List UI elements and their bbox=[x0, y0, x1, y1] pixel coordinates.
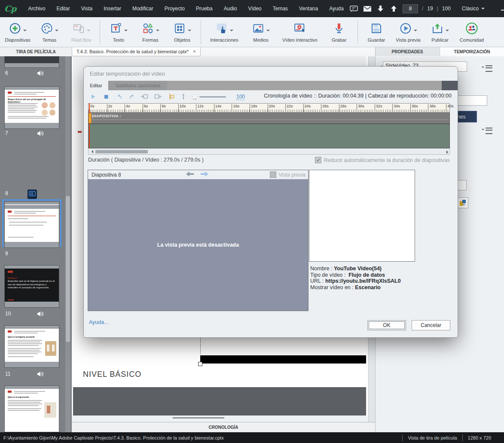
slide-6-audio-icon[interactable] bbox=[37, 70, 44, 78]
previous-slide-icon[interactable] bbox=[186, 171, 194, 178]
move-slide-down-icon[interactable] bbox=[376, 5, 385, 12]
timeline-ruler[interactable]: 0s2s4s6s8s10s12s14s16s18s20s22s24s26s28s… bbox=[88, 103, 450, 113]
cancel-button[interactable]: Cancelar bbox=[412, 320, 450, 330]
panel-menu-icon[interactable] bbox=[486, 65, 492, 72]
toolbar-guardar[interactable]: Guardar bbox=[360, 18, 392, 46]
ruler-label: 32s bbox=[375, 104, 382, 112]
slide-10-thumbnail[interactable]: Módulo 2: Entender qué es la higiene pos… bbox=[4, 265, 59, 308]
selected-video-object[interactable] bbox=[200, 355, 366, 364]
ruler-label: 6s bbox=[143, 104, 148, 112]
menu-6[interactable]: Prueba bbox=[190, 0, 218, 17]
filmstrip-scrollbar-thumb[interactable] bbox=[66, 196, 70, 342]
menu-10[interactable]: Ventana bbox=[293, 0, 324, 17]
slide-track[interactable]: DIAPOSITIVA : bbox=[88, 113, 450, 124]
menu-8[interactable]: Vídeo bbox=[242, 0, 267, 17]
add-slide-icon bbox=[9, 22, 21, 37]
menu-0[interactable]: Archivo bbox=[22, 0, 51, 17]
minimize-button[interactable] bbox=[496, 4, 504, 13]
video-track[interactable] bbox=[88, 124, 450, 148]
tab-subtitulos-opcionales[interactable]: Subtítulos opcionales bbox=[108, 81, 167, 90]
ruler-label: 34s bbox=[392, 104, 400, 112]
move-slide-up-icon[interactable] bbox=[389, 5, 399, 12]
menu-9[interactable]: Temas bbox=[267, 0, 293, 17]
ruler-label: 30s bbox=[357, 104, 364, 112]
auto-reduce-checkbox[interactable] bbox=[315, 157, 321, 163]
slide-9-thumbnail[interactable] bbox=[4, 205, 59, 248]
menu-4[interactable]: Modificar bbox=[127, 0, 159, 17]
toolbar-medios[interactable]: Medios bbox=[245, 18, 277, 46]
play-icon[interactable] bbox=[89, 93, 98, 101]
ok-button[interactable]: OK bbox=[367, 320, 406, 330]
slide-12-title: Qué es la ergonomía bbox=[8, 396, 38, 398]
panel-resize-handle[interactable] bbox=[173, 417, 224, 419]
trim-start-icon[interactable] bbox=[141, 93, 149, 101]
zoom-slider-track[interactable] bbox=[199, 96, 226, 98]
menu-5[interactable]: Proyecto bbox=[159, 0, 190, 17]
guide-mark bbox=[78, 131, 82, 133]
workspace-selector[interactable]: Clásico bbox=[462, 6, 485, 12]
document-tab[interactable]: T.4.3. Basico. Protección de la salud y … bbox=[72, 47, 201, 56]
toolbar-diapositivas[interactable]: Diapositivas bbox=[2, 18, 34, 46]
slide-8-video-icon[interactable] bbox=[27, 189, 37, 199]
tab-propiedades[interactable]: PROPIEDADES bbox=[375, 47, 439, 56]
toolbar-objetos[interactable]: Objetos bbox=[166, 18, 198, 46]
objects-icon bbox=[173, 22, 186, 37]
toolbar-texto[interactable]: Texto bbox=[103, 18, 134, 46]
help-link[interactable]: Ayuda... bbox=[89, 319, 109, 325]
split-clip-icon[interactable] bbox=[166, 93, 175, 101]
timeline-scrollbar[interactable] bbox=[88, 148, 450, 155]
notes-icon[interactable] bbox=[349, 5, 359, 12]
trim-end-icon[interactable] bbox=[153, 93, 162, 101]
scroll-left-icon[interactable] bbox=[90, 150, 93, 153]
selection-handle[interactable] bbox=[198, 362, 202, 366]
filmstrip-panel-header[interactable]: TIRA DE PELÍCULA bbox=[0, 47, 72, 56]
zoom-value[interactable]: 100 bbox=[236, 94, 245, 100]
toolbar-vista-previa[interactable]: Vista previa bbox=[392, 18, 424, 46]
current-slide-input[interactable]: 8 bbox=[403, 4, 418, 13]
undo-icon[interactable] bbox=[115, 93, 123, 101]
toolbar-publicar[interactable]: Publicar bbox=[424, 18, 456, 46]
mail-icon[interactable] bbox=[363, 5, 372, 12]
chevron-down-icon bbox=[481, 8, 485, 11]
tab-editar[interactable]: Editar bbox=[84, 81, 108, 90]
stop-icon[interactable] bbox=[102, 93, 110, 101]
tab-temporizacion[interactable]: TEMPORIZACIÓN bbox=[440, 47, 504, 56]
toolbar-interacciones[interactable]: Interacciones bbox=[204, 18, 245, 46]
slide-11-audio-icon[interactable] bbox=[37, 371, 44, 379]
separator bbox=[462, 434, 463, 441]
zoom-slider-handle[interactable] bbox=[192, 94, 198, 99]
preview-checkbox[interactable] bbox=[270, 171, 276, 178]
redo-icon[interactable] bbox=[128, 93, 136, 101]
timeline-panel-header[interactable]: CRONOLOGÍA bbox=[72, 422, 375, 433]
swap-colors-icon[interactable] bbox=[457, 197, 468, 208]
slide-10-audio-icon[interactable] bbox=[37, 311, 44, 318]
toolbar-formas[interactable]: Formas bbox=[134, 18, 166, 46]
menu-7[interactable]: Audio bbox=[218, 0, 243, 17]
zoom-slider[interactable] bbox=[218, 94, 226, 99]
toolbar-comunidad[interactable]: Comunidad bbox=[456, 18, 488, 46]
menu-11[interactable]: Ayuda bbox=[324, 0, 349, 17]
playhead-line[interactable] bbox=[89, 103, 90, 148]
menu-3[interactable]: Insertar bbox=[98, 0, 127, 17]
ruler-label: 20s bbox=[268, 104, 275, 112]
scroll-right-icon[interactable] bbox=[446, 150, 450, 154]
toolbar-grabar[interactable]: Grabar bbox=[323, 18, 355, 46]
chevron-down-icon bbox=[156, 30, 159, 33]
playhead-handle[interactable] bbox=[89, 113, 92, 123]
slide-6-thumbnail[interactable] bbox=[4, 56, 59, 68]
timeline-scrollbar-thumb[interactable] bbox=[95, 150, 148, 153]
toolbar-temas[interactable]: Temas bbox=[34, 18, 65, 46]
menu-2[interactable]: Vista bbox=[76, 0, 98, 17]
toolbar-video-interactivo[interactable]: Vídeo interactivo bbox=[277, 18, 323, 46]
slide-7-audio-icon[interactable] bbox=[37, 130, 44, 138]
zoom-percent[interactable]: 100 bbox=[442, 6, 451, 12]
preview-header: Diapositiva 8 Vista previa bbox=[88, 170, 309, 180]
insert-marker-icon[interactable] bbox=[179, 93, 188, 101]
slide-7-thumbnail[interactable]: Riegos físicos del uso prolongado de dis… bbox=[4, 86, 59, 129]
next-slide-icon[interactable] bbox=[200, 171, 209, 178]
document-close-icon[interactable]: × bbox=[193, 49, 196, 55]
slide-12-thumbnail[interactable]: Qué es la ergonomía bbox=[4, 385, 59, 432]
menu-1[interactable]: Editar bbox=[51, 0, 75, 17]
panel-menu-icon[interactable] bbox=[486, 128, 492, 134]
slide-11-thumbnail[interactable]: Qué es la higiene postural bbox=[4, 325, 59, 368]
